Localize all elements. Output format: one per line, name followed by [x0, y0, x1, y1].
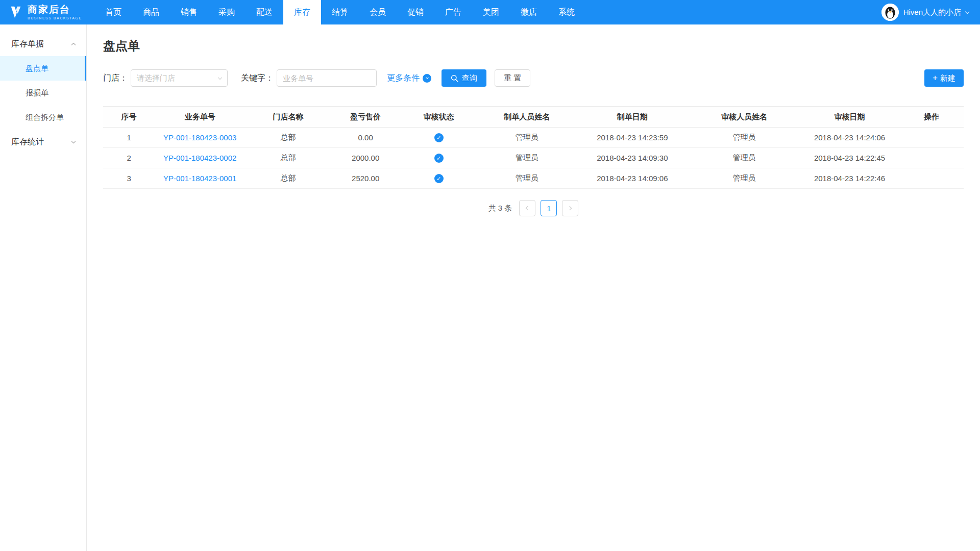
section-label: 库存统计: [11, 137, 44, 147]
table-row: 3 YP-001-180423-0001 总部 2520.00 ✓ 管理员 20…: [103, 168, 964, 189]
page-title: 盘点单: [103, 38, 964, 54]
cell-price: 2000.00: [331, 148, 400, 168]
approved-check-icon: ✓: [434, 133, 444, 142]
col-header-creator: 制单人员姓名: [477, 107, 576, 128]
reset-button[interactable]: 重 置: [495, 69, 530, 87]
expand-circle-icon: [423, 74, 431, 83]
search-icon: [451, 74, 458, 82]
search-button-label: 查询: [462, 73, 477, 83]
cell-auditor: 管理员: [688, 128, 800, 148]
nav-item-system[interactable]: 系统: [548, 0, 585, 24]
cell-creator: 管理员: [477, 128, 576, 148]
chevron-right-icon: [568, 206, 572, 210]
cell-store: 总部: [245, 148, 331, 168]
cell-actions: [899, 128, 964, 148]
cell-created-date: 2018-04-23 14:09:30: [576, 148, 688, 168]
table-header-row: 序号 业务单号 门店名称 盈亏售价 审核状态 制单人员姓名 制单日期 审核人员姓…: [103, 107, 964, 128]
sidebar-item-damage-report[interactable]: 报损单: [0, 81, 86, 105]
sidebar-section-inventory-docs[interactable]: 库存单据: [0, 32, 86, 56]
keyword-input[interactable]: [277, 69, 377, 87]
col-header-auditor: 审核人员姓名: [688, 107, 800, 128]
cell-created-date: 2018-04-23 14:23:59: [576, 128, 688, 148]
sidebar-section-inventory-stats[interactable]: 库存统计: [0, 130, 86, 154]
col-header-actions: 操作: [899, 107, 964, 128]
keyword-label: 关键字：: [241, 73, 274, 84]
cell-auditor: 管理员: [688, 168, 800, 189]
col-header-audit-date: 审核日期: [800, 107, 899, 128]
nav-item-ads[interactable]: 广告: [434, 0, 472, 24]
col-header-seq: 序号: [103, 107, 155, 128]
nav-item-purchase[interactable]: 采购: [208, 0, 246, 24]
order-no-link[interactable]: YP-001-180423-0001: [163, 174, 236, 183]
more-conditions-label: 更多条件: [387, 73, 420, 84]
nav-item-goods[interactable]: 商品: [132, 0, 170, 24]
nav-item-members[interactable]: 会员: [359, 0, 397, 24]
chevron-down-icon: [71, 139, 76, 143]
cell-creator: 管理员: [477, 148, 576, 168]
keyword-filter-group: 关键字：: [241, 69, 377, 87]
cell-created-date: 2018-04-23 14:09:06: [576, 168, 688, 189]
cell-store: 总部: [245, 168, 331, 189]
more-conditions-link[interactable]: 更多条件: [387, 73, 431, 84]
logo: 商家后台 BUSINESS BACKSTAGE: [0, 5, 94, 20]
table-row: 1 YP-001-180423-0003 总部 0.00 ✓ 管理员 2018-…: [103, 128, 964, 148]
store-filter-group: 门店： 请选择门店: [103, 69, 228, 87]
cell-store: 总部: [245, 128, 331, 148]
cell-audit-date: 2018-04-23 14:22:45: [800, 148, 899, 168]
stocktake-table: 序号 业务单号 门店名称 盈亏售价 审核状态 制单人员姓名 制单日期 审核人员姓…: [103, 106, 964, 189]
cell-seq: 3: [103, 168, 155, 189]
col-header-created-date: 制单日期: [576, 107, 688, 128]
logo-icon: [8, 5, 23, 20]
prev-page-button[interactable]: [519, 200, 535, 216]
nav-item-weidian[interactable]: 微店: [510, 0, 548, 24]
approved-check-icon: ✓: [434, 174, 444, 183]
nav-item-settlement[interactable]: 结算: [321, 0, 359, 24]
user-name: Hiven大人的小店: [903, 8, 961, 17]
chevron-left-icon: [526, 206, 530, 210]
next-page-button[interactable]: [562, 200, 578, 216]
user-menu[interactable]: Hiven大人的小店: [881, 4, 980, 21]
total-count-label: 共 3 条: [488, 204, 512, 213]
cell-auditor: 管理员: [688, 148, 800, 168]
search-button[interactable]: 查询: [442, 69, 486, 87]
order-no-link[interactable]: YP-001-180423-0003: [163, 133, 236, 142]
store-select-placeholder: 请选择门店: [137, 73, 175, 83]
store-select[interactable]: 请选择门店: [131, 69, 228, 87]
app-title: 商家后台: [28, 5, 82, 15]
col-header-store: 门店名称: [245, 107, 331, 128]
col-header-order-no: 业务单号: [155, 107, 245, 128]
sidebar: 库存单据 盘点单 报损单 组合拆分单 库存统计: [0, 24, 87, 551]
cell-price: 2520.00: [331, 168, 400, 189]
nav-item-sales[interactable]: 销售: [170, 0, 208, 24]
chevron-down-icon: [218, 75, 222, 79]
topbar: 商家后台 BUSINESS BACKSTAGE 首页 商品 销售 采购 配送 库…: [0, 0, 980, 24]
chevron-up-icon: [71, 42, 76, 46]
order-no-link[interactable]: YP-001-180423-0002: [163, 154, 236, 162]
cell-actions: [899, 168, 964, 189]
top-navigation: 首页 商品 销售 采购 配送 库存 结算 会员 促销 广告 美团 微店 系统: [94, 0, 585, 24]
cell-price: 0.00: [331, 128, 400, 148]
section-label: 库存单据: [11, 39, 44, 49]
nav-item-delivery[interactable]: 配送: [246, 0, 283, 24]
pagination: 共 3 条 1: [103, 200, 964, 216]
sidebar-item-stocktake[interactable]: 盘点单: [0, 56, 86, 81]
cell-audit-date: 2018-04-23 14:22:46: [800, 168, 899, 189]
col-header-audit-status: 审核状态: [400, 107, 478, 128]
sidebar-item-combo-split[interactable]: 组合拆分单: [0, 105, 86, 130]
app-subtitle: BUSINESS BACKSTAGE: [28, 16, 82, 20]
approved-check-icon: ✓: [434, 154, 444, 163]
store-label: 门店：: [103, 73, 128, 84]
cell-seq: 2: [103, 148, 155, 168]
filter-bar: 门店： 请选择门店 关键字： 更多条件: [103, 69, 964, 87]
col-header-price: 盈亏售价: [331, 107, 400, 128]
nav-item-home[interactable]: 首页: [94, 0, 132, 24]
cell-audit-date: 2018-04-23 14:24:06: [800, 128, 899, 148]
create-button[interactable]: + 新建: [924, 69, 964, 87]
nav-item-promotion[interactable]: 促销: [397, 0, 434, 24]
nav-item-inventory[interactable]: 库存: [283, 0, 321, 24]
page-number-button[interactable]: 1: [541, 200, 557, 216]
nav-item-meituan[interactable]: 美团: [472, 0, 510, 24]
create-button-label: 新建: [940, 73, 955, 83]
chevron-down-icon: [965, 9, 969, 13]
avatar: [881, 4, 899, 21]
